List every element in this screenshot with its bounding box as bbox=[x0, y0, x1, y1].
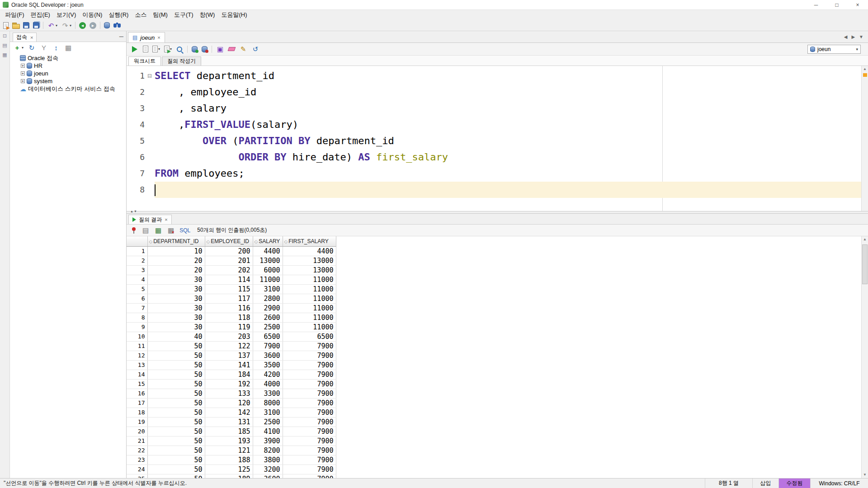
grid-cell[interactable]: 11000 bbox=[253, 275, 283, 284]
grid-cell[interactable]: 13000 bbox=[283, 265, 336, 275]
grid-cell[interactable]: 3600 bbox=[253, 351, 283, 360]
open-folder-icon[interactable] bbox=[11, 20, 21, 30]
grid-cell[interactable]: 2500 bbox=[253, 417, 283, 427]
menu-item-8[interactable]: 창(W) bbox=[197, 10, 218, 20]
grid-cell[interactable]: 3800 bbox=[253, 455, 283, 465]
cascade-windows-icon[interactable]: ▦ bbox=[63, 42, 74, 52]
grid-cell[interactable]: 184 bbox=[205, 370, 253, 379]
fold-icon[interactable]: ⊟ bbox=[145, 73, 155, 79]
scroll-down-icon[interactable]: ▼ bbox=[862, 472, 868, 478]
row-number-cell[interactable]: 18 bbox=[127, 408, 147, 417]
grid-cell[interactable]: 4000 bbox=[253, 379, 283, 389]
column-header-department_id[interactable]: ◇DEPARTMENT_ID bbox=[147, 236, 205, 246]
grid-cell[interactable]: 4100 bbox=[253, 427, 283, 436]
row-number-cell[interactable]: 3 bbox=[127, 265, 147, 275]
menu-item-6[interactable]: 팀(M) bbox=[150, 10, 171, 20]
splitter-grip-icon[interactable]: ▲▼ bbox=[130, 210, 137, 213]
grid-cell[interactable]: 131 bbox=[205, 417, 253, 427]
grid-cell[interactable]: 7900 bbox=[283, 446, 336, 455]
grid-cell[interactable]: 121 bbox=[205, 446, 253, 455]
row-number-cell[interactable]: 1 bbox=[127, 246, 147, 256]
rollback-icon[interactable] bbox=[200, 44, 209, 54]
grid-cell[interactable]: 202 bbox=[205, 265, 253, 275]
grid-cell[interactable]: 30 bbox=[147, 294, 205, 303]
row-number-cell[interactable]: 22 bbox=[127, 446, 147, 455]
editor-scrollbar[interactable]: ▲ bbox=[861, 66, 868, 211]
grid-cell[interactable]: 6500 bbox=[283, 332, 336, 341]
grid-cell[interactable]: 3500 bbox=[253, 360, 283, 370]
grid-cell[interactable]: 7900 bbox=[283, 474, 336, 478]
grid-cell[interactable]: 50 bbox=[147, 341, 205, 351]
grid-cell[interactable]: 7900 bbox=[283, 370, 336, 379]
grid-cell[interactable]: 203 bbox=[205, 332, 253, 341]
grid-cell[interactable]: 201 bbox=[205, 256, 253, 265]
expand-icon[interactable]: + bbox=[21, 79, 25, 83]
grid-cell[interactable]: 137 bbox=[205, 351, 253, 360]
grid-cell[interactable]: 11000 bbox=[283, 313, 336, 322]
grid-cell[interactable]: 7900 bbox=[283, 465, 336, 474]
explain-plan-icon[interactable]: ▾ bbox=[163, 44, 173, 54]
grid-cell[interactable]: 13000 bbox=[283, 256, 336, 265]
grid-cell[interactable]: 8000 bbox=[253, 398, 283, 408]
row-number-cell[interactable]: 5 bbox=[127, 284, 147, 294]
scroll-up-icon[interactable]: ▲ bbox=[862, 66, 868, 72]
menu-item-4[interactable]: 실행(R) bbox=[105, 10, 132, 20]
code-line-6[interactable]: 6 ORDER BY hire_date) AS first_salary bbox=[127, 149, 868, 165]
dock-restore-icon[interactable]: ⊡ bbox=[3, 33, 7, 39]
clear-icon[interactable] bbox=[227, 44, 236, 54]
grid-cell[interactable]: 30 bbox=[147, 303, 205, 313]
grid-cell[interactable]: 7900 bbox=[283, 379, 336, 389]
sql-tuning-icon[interactable] bbox=[175, 44, 184, 54]
case-toggle-icon[interactable]: ✎ bbox=[238, 44, 249, 54]
grid-cell[interactable]: 114 bbox=[205, 275, 253, 284]
grid-cell[interactable]: 7900 bbox=[283, 427, 336, 436]
menu-item-9[interactable]: 도움말(H) bbox=[218, 10, 250, 20]
refresh-connections-icon[interactable]: ↻ bbox=[26, 42, 37, 52]
grid-cell[interactable]: 50 bbox=[147, 474, 205, 478]
grid-cell[interactable]: 7900 bbox=[283, 398, 336, 408]
grid-cell[interactable]: 50 bbox=[147, 455, 205, 465]
grid-cell[interactable]: 4400 bbox=[253, 246, 283, 256]
code-line-4[interactable]: 4 ,FIRST_VALUE(salary) bbox=[127, 117, 868, 133]
grid-cell[interactable]: 8200 bbox=[253, 446, 283, 455]
grid-cell[interactable]: 116 bbox=[205, 303, 253, 313]
grid-cell[interactable]: 30 bbox=[147, 275, 205, 284]
grid-cell[interactable]: 11000 bbox=[283, 303, 336, 313]
row-number-cell[interactable]: 17 bbox=[127, 398, 147, 408]
results-scrollbar[interactable]: ▲ ▼ bbox=[861, 236, 868, 478]
grid-cell[interactable]: 189 bbox=[205, 474, 253, 478]
code-editor[interactable]: 1⊟SELECT department_id2 , employee_id3 ,… bbox=[127, 66, 868, 211]
close-panel-icon[interactable]: × bbox=[30, 35, 33, 40]
back-icon[interactable]: ◀ bbox=[78, 20, 87, 30]
grid-cell[interactable]: 7900 bbox=[283, 389, 336, 398]
grid-cell[interactable]: 50 bbox=[147, 465, 205, 474]
row-number-cell[interactable]: 25 bbox=[127, 474, 147, 478]
subtab-worksheet[interactable]: 워크시트 bbox=[128, 56, 161, 66]
connection-selector[interactable]: joeun ▾ bbox=[807, 45, 861, 54]
grid-cell[interactable]: 6000 bbox=[253, 265, 283, 275]
grid-cell[interactable]: 50 bbox=[147, 427, 205, 436]
forward-icon[interactable]: ▶ bbox=[88, 20, 98, 30]
grid-cell[interactable]: 50 bbox=[147, 379, 205, 389]
grid-cell[interactable]: 11000 bbox=[283, 322, 336, 332]
scroll-up-icon[interactable]: ▲ bbox=[862, 236, 868, 243]
grid-cell[interactable]: 7900 bbox=[283, 436, 336, 446]
grid-cell[interactable]: 7900 bbox=[283, 408, 336, 417]
grid-cell[interactable]: 10 bbox=[147, 246, 205, 256]
tab-worksheet-joeun[interactable]: ▤ joeun × bbox=[128, 32, 165, 42]
sort-connections-icon[interactable]: ↕ bbox=[51, 42, 61, 52]
grid-cell[interactable]: 2500 bbox=[253, 322, 283, 332]
grid-cell[interactable]: 7900 bbox=[283, 341, 336, 351]
grid-cell[interactable]: 50 bbox=[147, 370, 205, 379]
tree-item-데이터베이스-스키마-서비스-접속[interactable]: ☁데이터베이스 스키마 서비스 접속 bbox=[10, 85, 126, 93]
column-header-employee_id[interactable]: ◇EMPLOYEE_ID bbox=[205, 236, 253, 246]
grid-cell[interactable]: 30 bbox=[147, 284, 205, 294]
tree-item-hr[interactable]: +HR bbox=[10, 62, 126, 70]
row-number-cell[interactable]: 6 bbox=[127, 294, 147, 303]
grid-cell[interactable]: 6500 bbox=[253, 332, 283, 341]
menu-item-1[interactable]: 편집(E) bbox=[28, 10, 53, 20]
close-results-icon[interactable]: × bbox=[165, 217, 167, 222]
column-header-first_salary[interactable]: ◇FIRST_SALARY bbox=[283, 236, 336, 246]
grid-cell[interactable]: 7900 bbox=[283, 417, 336, 427]
grid-cell[interactable]: 4200 bbox=[253, 370, 283, 379]
